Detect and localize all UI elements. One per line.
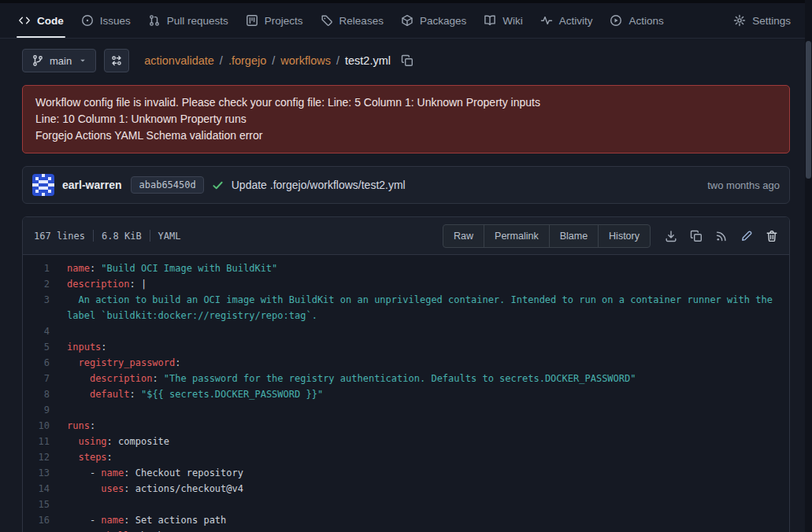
line-number[interactable]: 17 bbox=[23, 528, 67, 532]
file-size: 6.8 KiB bbox=[102, 231, 142, 242]
history-button[interactable]: History bbox=[598, 224, 651, 248]
tab-label: Wiki bbox=[502, 15, 523, 27]
commit-message[interactable]: Update .forgejo/workflows/test2.yml bbox=[232, 179, 406, 191]
book-icon bbox=[484, 14, 496, 27]
pulse-icon bbox=[540, 14, 553, 27]
code-line: 3 An action to build an OCI image with B… bbox=[23, 292, 789, 323]
line-content: - name: Checkout repository bbox=[67, 465, 789, 481]
file-action-icons bbox=[665, 230, 778, 242]
permalink-button[interactable]: Permalink bbox=[484, 224, 550, 248]
line-number[interactable]: 8 bbox=[23, 386, 67, 402]
line-number[interactable]: 5 bbox=[23, 339, 67, 355]
line-number[interactable]: 7 bbox=[23, 371, 67, 386]
error-banner: Workflow config file is invalid. Please … bbox=[22, 85, 790, 153]
error-line: Workflow config file is invalid. Please … bbox=[35, 94, 777, 111]
check-icon bbox=[212, 179, 224, 191]
main-navbar: CodeIssuesPull requestsProjectsReleasesP… bbox=[0, 3, 812, 39]
divider bbox=[150, 230, 150, 242]
code-line: 10runs: bbox=[23, 418, 789, 434]
line-content: description: "The password for the regis… bbox=[67, 371, 789, 386]
breadcrumb-segment[interactable]: .forgejo bbox=[228, 54, 266, 67]
line-content: registry_password: bbox=[67, 355, 789, 371]
line-number[interactable]: 2 bbox=[23, 276, 67, 292]
navbar-tabs: CodeIssuesPull requestsProjectsReleasesP… bbox=[9, 3, 673, 38]
line-number[interactable]: 1 bbox=[23, 260, 67, 276]
compare-icon bbox=[110, 54, 123, 67]
edit-icon[interactable] bbox=[740, 230, 753, 242]
scrollbar-thumb[interactable] bbox=[806, 41, 811, 179]
tab-label: Activity bbox=[559, 15, 593, 27]
tab-issues[interactable]: Issues bbox=[72, 3, 139, 38]
tab-projects[interactable]: Projects bbox=[237, 3, 312, 38]
line-number[interactable]: 16 bbox=[23, 512, 67, 528]
play-icon bbox=[610, 14, 622, 27]
code-view: 1name: "Build OCI Image with BuildKit"2d… bbox=[23, 255, 789, 532]
code-line: 17 shell: bash bbox=[23, 528, 789, 532]
line-number[interactable]: 10 bbox=[23, 418, 67, 434]
code-line: 5inputs: bbox=[23, 339, 789, 355]
line-number[interactable]: 3 bbox=[23, 292, 67, 308]
tab-releases[interactable]: Releases bbox=[312, 3, 392, 38]
compare-button[interactable] bbox=[104, 49, 129, 72]
file-lines-count: 167 lines bbox=[34, 231, 85, 242]
breadcrumb-separator: / bbox=[220, 54, 223, 67]
line-number[interactable]: 14 bbox=[23, 481, 67, 497]
code-line: 8 default: "${{ secrets.DOCKER_PASSWORD … bbox=[23, 386, 789, 402]
package-icon bbox=[401, 14, 413, 27]
commit-author[interactable]: earl-warren bbox=[62, 179, 121, 191]
tab-wiki[interactable]: Wiki bbox=[475, 3, 532, 38]
tab-settings[interactable]: Settings bbox=[725, 3, 799, 38]
tab-pull-requests[interactable]: Pull requests bbox=[139, 3, 237, 38]
line-number[interactable]: 11 bbox=[23, 434, 67, 449]
line-number[interactable]: 6 bbox=[23, 355, 67, 371]
commit-hash[interactable]: abab65450d bbox=[131, 176, 203, 194]
issue-icon bbox=[81, 14, 94, 27]
breadcrumb-segment[interactable]: actionvalidate bbox=[144, 54, 214, 67]
copy-icon[interactable] bbox=[690, 230, 703, 242]
navbar-right: Settings bbox=[725, 3, 799, 38]
code-line: 4 bbox=[23, 323, 789, 339]
line-number[interactable]: 13 bbox=[23, 465, 67, 481]
tab-label: Projects bbox=[265, 15, 303, 27]
code-line: 7 description: "The password for the reg… bbox=[23, 371, 789, 386]
breadcrumb: actionvalidate/.forgejo/workflows/test2.… bbox=[144, 54, 391, 67]
line-content: using: composite bbox=[67, 434, 789, 449]
branch-name: main bbox=[50, 55, 72, 67]
commit-box: earl-warren abab65450d Update .forgejo/w… bbox=[22, 166, 790, 204]
code-line: 13 - name: Checkout repository bbox=[23, 465, 789, 481]
error-line: Line: 10 Column 1: Unknown Property runs bbox=[35, 111, 777, 127]
line-number[interactable]: 15 bbox=[23, 497, 67, 512]
breadcrumb-separator: / bbox=[336, 54, 339, 67]
raw-button[interactable]: Raw bbox=[443, 224, 484, 248]
delete-icon[interactable] bbox=[766, 230, 778, 242]
scrollbar[interactable] bbox=[805, 0, 812, 532]
line-content: An action to build an OCI image with Bui… bbox=[67, 292, 789, 323]
line-number[interactable]: 9 bbox=[23, 402, 67, 418]
rss-icon[interactable] bbox=[715, 230, 728, 242]
file-view-buttons: RawPermalinkBlameHistory bbox=[443, 224, 651, 248]
breadcrumb-separator: / bbox=[272, 54, 275, 67]
tab-packages[interactable]: Packages bbox=[392, 3, 475, 38]
tab-actions[interactable]: Actions bbox=[601, 3, 672, 38]
line-number[interactable]: 12 bbox=[23, 449, 67, 465]
code-line: 11 using: composite bbox=[23, 434, 789, 449]
line-number[interactable]: 4 bbox=[23, 323, 67, 339]
branch-icon bbox=[32, 54, 44, 67]
copy-path-button[interactable] bbox=[401, 54, 413, 67]
code-line: 16 - name: Set actions path bbox=[23, 512, 789, 528]
code-line: 6 registry_password: bbox=[23, 355, 789, 371]
error-line: Forgejo Actions YAML Schema validation e… bbox=[35, 127, 777, 144]
blame-button[interactable]: Blame bbox=[549, 224, 599, 248]
breadcrumb-segment: test2.yml bbox=[345, 54, 391, 67]
tab-activity[interactable]: Activity bbox=[532, 3, 602, 38]
copy-icon bbox=[401, 54, 413, 67]
download-icon[interactable] bbox=[665, 230, 677, 242]
breadcrumb-segment[interactable]: workflows bbox=[280, 54, 331, 67]
line-content: description: | bbox=[67, 276, 789, 292]
tab-code[interactable]: Code bbox=[9, 3, 72, 38]
divider bbox=[93, 230, 94, 242]
tag-icon bbox=[321, 14, 333, 27]
avatar[interactable] bbox=[32, 174, 54, 196]
branch-selector[interactable]: main bbox=[22, 49, 96, 72]
tab-label: Issues bbox=[100, 15, 131, 27]
